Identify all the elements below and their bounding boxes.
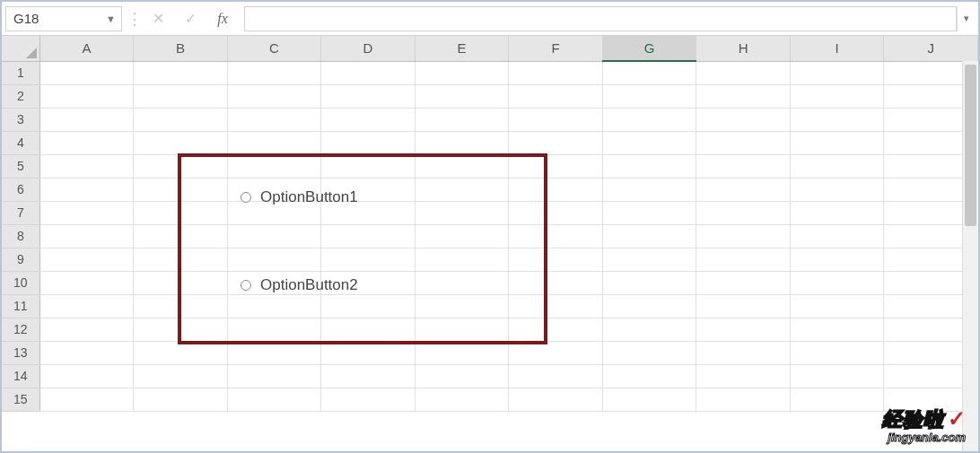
cell-B6[interactable] bbox=[134, 178, 228, 201]
cell-E7[interactable] bbox=[415, 201, 509, 224]
cell-D2[interactable] bbox=[321, 84, 416, 108]
row-header-3[interactable]: 3 bbox=[2, 108, 39, 131]
cell-I2[interactable] bbox=[790, 84, 884, 108]
row-header-15[interactable]: 15 bbox=[2, 388, 39, 411]
cell-I10[interactable] bbox=[790, 271, 884, 294]
cell-B15[interactable] bbox=[134, 388, 228, 411]
cell-B8[interactable] bbox=[134, 224, 228, 248]
cell-G3[interactable] bbox=[602, 108, 696, 131]
cell-H10[interactable] bbox=[696, 271, 791, 294]
cell-E3[interactable] bbox=[415, 108, 509, 131]
cell-B3[interactable] bbox=[134, 108, 228, 131]
cell-D11[interactable] bbox=[321, 294, 416, 318]
cell-B14[interactable] bbox=[134, 364, 228, 388]
cell-B9[interactable] bbox=[134, 248, 228, 271]
cell-E11[interactable] bbox=[415, 294, 509, 318]
row-header-10[interactable]: 10 bbox=[2, 271, 39, 294]
cell-B1[interactable] bbox=[134, 61, 228, 84]
cell-A6[interactable] bbox=[39, 178, 134, 201]
cell-H4[interactable] bbox=[696, 131, 791, 154]
cell-H5[interactable] bbox=[696, 154, 791, 178]
column-header-i[interactable]: I bbox=[790, 36, 884, 61]
cell-G14[interactable] bbox=[602, 364, 696, 388]
cell-D8[interactable] bbox=[321, 224, 416, 248]
cell-H11[interactable] bbox=[696, 294, 791, 318]
cell-E5[interactable] bbox=[415, 154, 509, 178]
row-header-12[interactable]: 12 bbox=[2, 318, 39, 341]
option-button-2[interactable]: OptionButton2 bbox=[241, 276, 358, 294]
cell-H15[interactable] bbox=[696, 388, 791, 411]
cell-E9[interactable] bbox=[415, 248, 509, 271]
cell-F4[interactable] bbox=[509, 131, 603, 154]
cell-G4[interactable] bbox=[602, 131, 696, 154]
expand-formula-bar-button[interactable]: ▾ bbox=[957, 6, 975, 31]
cell-E2[interactable] bbox=[415, 84, 509, 108]
cell-H1[interactable] bbox=[696, 61, 791, 84]
cell-A10[interactable] bbox=[39, 271, 134, 294]
row-header-13[interactable]: 13 bbox=[2, 341, 39, 364]
cell-H6[interactable] bbox=[696, 178, 791, 201]
cell-F13[interactable] bbox=[509, 341, 603, 364]
cell-H2[interactable] bbox=[696, 84, 791, 108]
column-header-g[interactable]: G bbox=[602, 36, 696, 61]
column-header-e[interactable]: E bbox=[415, 36, 509, 61]
cell-F8[interactable] bbox=[509, 224, 603, 248]
cell-E6[interactable] bbox=[415, 178, 509, 201]
cell-H7[interactable] bbox=[696, 201, 791, 224]
cell-H12[interactable] bbox=[696, 318, 791, 341]
cell-A13[interactable] bbox=[39, 341, 134, 364]
column-header-c[interactable]: C bbox=[227, 36, 321, 61]
cell-B2[interactable] bbox=[134, 84, 228, 108]
enter-button[interactable]: ✓ bbox=[174, 6, 206, 31]
cell-E14[interactable] bbox=[415, 364, 509, 388]
cell-F15[interactable] bbox=[509, 388, 603, 411]
formula-input[interactable] bbox=[244, 6, 957, 31]
row-header-9[interactable]: 9 bbox=[2, 248, 39, 271]
cell-I12[interactable] bbox=[790, 318, 884, 341]
cell-B13[interactable] bbox=[134, 341, 228, 364]
cell-G6[interactable] bbox=[602, 178, 696, 201]
column-header-h[interactable]: H bbox=[696, 36, 791, 61]
cell-F1[interactable] bbox=[509, 61, 603, 84]
cell-D3[interactable] bbox=[321, 108, 416, 131]
cell-C11[interactable] bbox=[227, 294, 321, 318]
cell-G12[interactable] bbox=[602, 318, 696, 341]
cell-A8[interactable] bbox=[39, 224, 134, 248]
cell-I11[interactable] bbox=[790, 294, 884, 318]
cell-F2[interactable] bbox=[509, 84, 603, 108]
cell-D12[interactable] bbox=[321, 318, 416, 341]
cell-A14[interactable] bbox=[39, 364, 134, 388]
cell-F12[interactable] bbox=[509, 318, 603, 341]
cell-B10[interactable] bbox=[134, 271, 228, 294]
column-header-d[interactable]: D bbox=[321, 36, 416, 61]
cell-H14[interactable] bbox=[696, 364, 791, 388]
row-header-7[interactable]: 7 bbox=[2, 201, 39, 224]
select-all-button[interactable] bbox=[2, 36, 39, 61]
cell-F11[interactable] bbox=[509, 294, 603, 318]
cancel-button[interactable]: ✕ bbox=[142, 6, 174, 31]
spreadsheet-grid[interactable]: ABCDEFGHIJ123456789101112131415 OptionBu… bbox=[2, 36, 978, 451]
cell-G10[interactable] bbox=[602, 271, 696, 294]
cell-E8[interactable] bbox=[415, 224, 509, 248]
cell-F7[interactable] bbox=[509, 201, 603, 224]
column-header-j[interactable]: J bbox=[884, 36, 978, 61]
cell-I15[interactable] bbox=[790, 388, 884, 411]
cell-E4[interactable] bbox=[415, 131, 509, 154]
cell-B11[interactable] bbox=[134, 294, 228, 318]
cell-I6[interactable] bbox=[790, 178, 884, 201]
cell-A7[interactable] bbox=[39, 201, 134, 224]
option-button-1[interactable]: OptionButton1 bbox=[241, 188, 358, 206]
row-header-11[interactable]: 11 bbox=[2, 294, 39, 318]
cell-E12[interactable] bbox=[415, 318, 509, 341]
cell-A15[interactable] bbox=[39, 388, 134, 411]
cell-C12[interactable] bbox=[227, 318, 321, 341]
cell-H8[interactable] bbox=[696, 224, 791, 248]
cell-B12[interactable] bbox=[134, 318, 228, 341]
cell-G7[interactable] bbox=[602, 201, 696, 224]
cell-I13[interactable] bbox=[790, 341, 884, 364]
cell-F10[interactable] bbox=[509, 271, 603, 294]
fx-button[interactable]: fx bbox=[206, 6, 239, 31]
cell-D1[interactable] bbox=[321, 61, 416, 84]
cell-D4[interactable] bbox=[321, 131, 416, 154]
cell-H3[interactable] bbox=[696, 108, 791, 131]
